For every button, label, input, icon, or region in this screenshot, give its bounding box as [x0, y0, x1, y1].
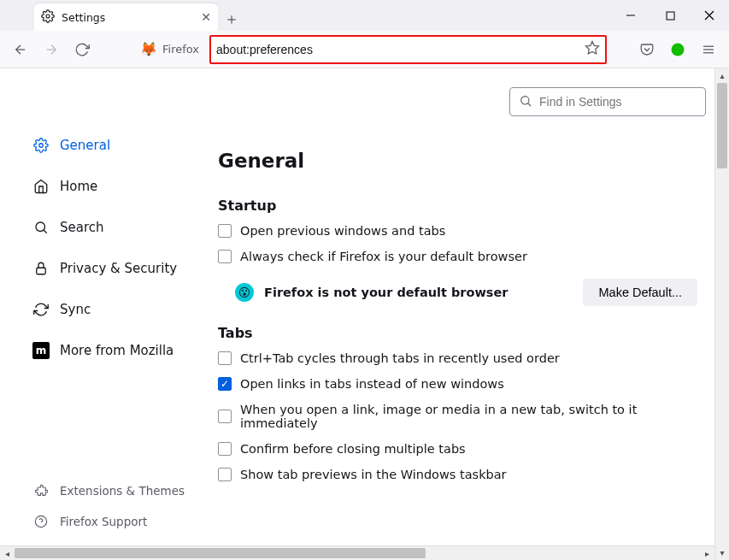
gear-icon	[32, 137, 50, 154]
reload-button[interactable]	[68, 36, 96, 63]
settings-main: General Startup Open previous windows an…	[218, 68, 714, 545]
settings-sidebar: General Home Search Privacy & Security	[0, 68, 218, 545]
window-minimize-button[interactable]	[611, 0, 650, 31]
sidebar-item-general[interactable]: General	[26, 128, 211, 162]
sidebar-item-label: Home	[60, 179, 97, 194]
svg-point-0	[46, 15, 50, 18]
toolbar: 🦊 Firefox	[0, 31, 729, 68]
info-face-icon: 😮	[235, 283, 254, 302]
bookmark-star-icon[interactable]	[585, 40, 600, 58]
sidebar-item-privacy[interactable]: Privacy & Security	[26, 251, 211, 286]
settings-search[interactable]	[509, 87, 706, 116]
svg-point-8	[672, 43, 685, 56]
page-title: General	[218, 150, 697, 172]
firefox-icon: 🦊	[140, 41, 157, 57]
mozilla-icon: m	[32, 342, 50, 359]
checkbox-switch-immediately[interactable]: When you open a link, image or media in …	[218, 403, 697, 430]
gear-icon	[41, 9, 55, 26]
horizontal-scrollbar[interactable]: ◂ ▸	[0, 545, 714, 560]
lock-icon	[32, 260, 50, 277]
section-startup-heading: Startup	[218, 197, 697, 214]
checkbox-icon	[218, 377, 232, 391]
checkbox-open-previous[interactable]: Open previous windows and tabs	[218, 224, 697, 238]
svg-point-13	[36, 222, 45, 232]
sidebar-item-label: More from Mozilla	[60, 343, 173, 358]
checkbox-label: Ctrl+Tab cycles through tabs in recently…	[240, 351, 560, 365]
checkbox-icon	[218, 224, 232, 238]
search-icon	[519, 94, 532, 110]
sidebar-item-search[interactable]: Search	[26, 210, 211, 245]
sidebar-item-sync[interactable]: Sync	[26, 292, 211, 327]
window-maximize-button[interactable]	[650, 0, 690, 31]
checkbox-taskbar-previews[interactable]: Show tab previews in the Windows taskbar	[218, 468, 697, 481]
svg-point-18	[521, 96, 529, 103]
checkbox-open-links-in-tabs[interactable]: Open links in tabs instead of new window…	[218, 377, 697, 391]
default-browser-status-row: 😮 Firefox is not your default browser Ma…	[235, 279, 697, 306]
identity-label: Firefox	[162, 43, 199, 56]
puzzle-icon	[32, 482, 50, 499]
sidebar-item-label: Search	[60, 220, 104, 235]
tab-close-icon[interactable]: ✕	[201, 10, 211, 24]
sidebar-item-extensions[interactable]: Extensions & Themes	[26, 477, 211, 504]
forward-button[interactable]	[38, 36, 65, 63]
checkbox-icon	[218, 442, 232, 456]
checkbox-label: Confirm before closing multiple tabs	[240, 442, 466, 456]
svg-marker-7	[586, 42, 599, 54]
search-icon	[32, 219, 50, 236]
checkbox-label: Always check if Firefox is your default …	[240, 250, 527, 263]
account-button[interactable]	[664, 36, 691, 63]
svg-rect-2	[667, 12, 674, 20]
checkbox-label: Open previous windows and tabs	[240, 224, 445, 238]
checkbox-label: Open links in tabs instead of new window…	[240, 377, 504, 391]
sidebar-item-label: Privacy & Security	[60, 261, 177, 276]
sidebar-item-label: Extensions & Themes	[60, 484, 185, 498]
sidebar-item-home[interactable]: Home	[26, 169, 211, 203]
settings-search-input[interactable]	[539, 95, 697, 109]
sidebar-item-more-mozilla[interactable]: m More from Mozilla	[26, 333, 211, 368]
sidebar-item-support[interactable]: Firefox Support	[26, 508, 211, 535]
new-tab-button[interactable]: ＋	[220, 7, 244, 31]
titlebar: Settings ✕ ＋	[0, 0, 729, 31]
checkbox-always-check-default[interactable]: Always check if Firefox is your default …	[218, 250, 697, 263]
url-input[interactable]	[216, 43, 585, 56]
site-identity[interactable]: 🦊 Firefox	[133, 41, 206, 57]
scroll-up-icon[interactable]: ▴	[715, 68, 729, 83]
tab-title: Settings	[62, 11, 105, 24]
checkbox-label: Show tab previews in the Windows taskbar	[240, 468, 507, 481]
help-icon	[32, 513, 50, 530]
checkbox-icon	[218, 250, 232, 263]
window-close-button[interactable]	[690, 0, 729, 31]
vertical-scrollbar[interactable]: ▴ ▾	[714, 68, 729, 560]
scroll-down-icon[interactable]: ▾	[715, 545, 729, 560]
back-button[interactable]	[7, 36, 34, 63]
make-default-button[interactable]: Make Default...	[583, 279, 697, 306]
scroll-left-icon[interactable]: ◂	[0, 546, 15, 560]
home-icon	[32, 178, 50, 195]
svg-line-19	[528, 103, 531, 105]
sidebar-item-label: General	[60, 138, 110, 153]
svg-line-14	[44, 230, 47, 233]
scroll-right-icon[interactable]: ▸	[700, 546, 714, 560]
checkbox-icon	[218, 468, 232, 481]
default-browser-status-text: Firefox is not your default browser	[264, 286, 508, 299]
browser-tab[interactable]: Settings ✕	[34, 3, 218, 31]
checkbox-icon	[218, 351, 232, 365]
checkbox-icon	[218, 410, 232, 423]
checkbox-ctrl-tab[interactable]: Ctrl+Tab cycles through tabs in recently…	[218, 351, 697, 365]
sync-icon	[32, 301, 50, 318]
svg-point-16	[35, 516, 46, 527]
svg-rect-15	[37, 268, 46, 274]
pocket-button[interactable]	[633, 36, 661, 63]
sidebar-item-label: Sync	[60, 302, 91, 317]
section-tabs-heading: Tabs	[218, 325, 697, 341]
checkbox-label: When you open a link, image or media in …	[240, 403, 697, 430]
url-bar[interactable]	[209, 35, 607, 64]
svg-point-12	[39, 144, 44, 148]
checkbox-confirm-close[interactable]: Confirm before closing multiple tabs	[218, 442, 697, 456]
sidebar-item-label: Firefox Support	[60, 515, 147, 528]
app-menu-button[interactable]	[695, 36, 722, 63]
